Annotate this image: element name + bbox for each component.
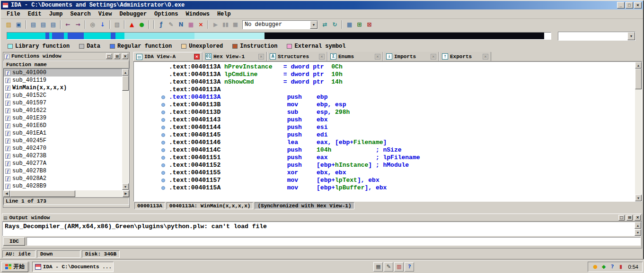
colors-icon[interactable]: ▦ — [186, 20, 196, 29]
scroll-down-icon[interactable]: ▼ — [122, 183, 129, 190]
jump-forward-icon[interactable]: → — [73, 20, 83, 29]
undefine-icon[interactable]: × — [196, 20, 206, 29]
strings-window-icon[interactable]: ▤ — [48, 20, 58, 29]
function-list-item[interactable]: fsub_401E39 — [4, 114, 122, 122]
tab-ida-view-a[interactable]: ▤IDA View-A× — [133, 52, 203, 61]
disasm-line[interactable]: .text:0040113D sub esp, 298h — [134, 109, 635, 116]
breakpoint-dot[interactable] — [161, 141, 165, 145]
problems-icon[interactable]: ▲ — [127, 20, 137, 29]
functions-horizontal-scrollbar[interactable]: ◀ ▶ — [3, 190, 129, 197]
disasm-line[interactable]: .text:0040113A nShowCmd = dword ptr 14h — [134, 78, 635, 86]
tab-close-icon[interactable]: × — [375, 54, 380, 60]
breakpoint-dot[interactable] — [161, 186, 165, 190]
disasm-line[interactable]: .text:0040113A hPrevInstance = dword ptr… — [134, 63, 635, 71]
tray-network-icon[interactable]: ▮ — [618, 263, 625, 270]
tab-close-icon[interactable]: × — [194, 54, 200, 60]
function-list-item[interactable]: fsub_401622 — [4, 107, 122, 114]
names-window-icon[interactable]: ▤ — [28, 20, 38, 29]
debugger-combobox[interactable]: No debugger▼ — [242, 20, 318, 29]
create-function-icon[interactable]: ƒ — [156, 20, 166, 29]
float-icon[interactable]: ⊟ — [114, 53, 120, 59]
close-icon[interactable]: × — [635, 215, 641, 221]
function-list-item[interactable]: fsub_40273B — [4, 152, 122, 160]
disasm-line[interactable]: .text:00401143 push ebx — [134, 116, 635, 124]
function-list-item[interactable]: fWinMain(x,x,x,x) — [4, 84, 122, 92]
scroll-up-icon[interactable]: ▲ — [635, 222, 641, 229]
tab-close-icon[interactable]: × — [431, 54, 436, 60]
scroll-right-icon[interactable]: ▶ — [123, 190, 129, 197]
tab-enums[interactable]: ΣEnums× — [327, 52, 383, 61]
disasm-line[interactable]: .text:00401145 push edi — [134, 131, 635, 139]
keyboard-icon[interactable]: ▦ — [373, 262, 383, 272]
debugger-attach-icon[interactable]: ⇄ — [320, 20, 330, 29]
breakpoint-dot[interactable] — [161, 148, 165, 152]
output-vertical-scrollbar[interactable]: ▲ ▼ — [635, 222, 641, 236]
menu-item-options[interactable]: Options — [150, 10, 182, 18]
breakpoint-dot[interactable] — [161, 95, 165, 99]
close-button[interactable]: × — [634, 2, 642, 9]
minimize-button[interactable]: _ — [617, 2, 625, 9]
scroll-up-icon[interactable]: ▲ — [122, 69, 129, 76]
debugger-pause-icon[interactable]: ▮▮ — [221, 20, 230, 29]
disasm-line[interactable]: .text:00401152 push [ebp+hInstance] ; hM… — [134, 162, 635, 169]
breakpoint-dot[interactable] — [161, 163, 165, 167]
function-list-item[interactable]: fsub_4027B8 — [4, 167, 122, 175]
maximize-button[interactable]: □ — [626, 2, 633, 9]
nav-band[interactable] — [7, 32, 551, 40]
disasm-line[interactable]: .text:0040113A lpCmdLine = dword ptr 10h — [134, 71, 635, 78]
functions-list-icon[interactable]: ▤ — [38, 20, 48, 29]
menu-item-jump[interactable]: Jump — [45, 10, 67, 18]
scrollbar-track[interactable] — [10, 190, 123, 197]
tray-security-icon[interactable]: ◆ — [600, 263, 608, 270]
function-list-item[interactable]: fsub_40245F — [4, 137, 122, 145]
disassembly-view[interactable]: .text:0040113A hPrevInstance = dword ptr… — [134, 62, 635, 201]
scrollbar-thumb[interactable] — [122, 76, 129, 91]
menu-item-view[interactable]: View — [95, 10, 116, 18]
scroll-down-icon[interactable]: ▼ — [635, 229, 641, 236]
function-list-item[interactable]: fsub_4028A2 — [4, 175, 122, 182]
disasm-line[interactable]: .text:00401146 lea eax, [ebp+Filename] — [134, 139, 635, 146]
dropdown-arrow-icon[interactable]: ▼ — [627, 32, 635, 40]
idc-button[interactable]: IDC — [3, 237, 25, 246]
pen-icon[interactable]: ✎ — [384, 262, 393, 272]
help-icon[interactable]: ? — [405, 262, 414, 272]
close-icon[interactable]: × — [122, 53, 128, 59]
function-list-item[interactable]: fsub_4028B9 — [4, 182, 122, 190]
tab-exports[interactable]: ↑Exports× — [439, 52, 491, 61]
menu-item-debugger[interactable]: Debugger — [115, 10, 150, 18]
debugger-run-icon[interactable]: ▶ — [211, 20, 221, 29]
function-list-item[interactable]: fsub_401EA1 — [4, 129, 122, 137]
tab-close-icon[interactable]: × — [319, 54, 325, 60]
function-list-item[interactable]: fsub_401000 — [4, 69, 122, 77]
breakpoint-dot[interactable] — [161, 171, 165, 175]
output-window-titlebar[interactable]: ▤ Output window □ ⊟ × — [2, 214, 642, 222]
scrollbar-track[interactable] — [122, 76, 129, 183]
breakpoint-dot[interactable] — [161, 126, 165, 129]
menu-item-file[interactable]: File — [3, 10, 24, 18]
disasm-line[interactable]: .text:00401157 mov [ebp+lpText], ebx — [134, 177, 635, 184]
function-list-item[interactable]: fsub_401E6D — [4, 122, 122, 129]
breakpoint-dot[interactable] — [161, 103, 165, 107]
disasm-line[interactable]: .text:0040115A mov [ebp+lpBuffer], ebx — [134, 184, 635, 192]
breakpoint-dot[interactable] — [161, 111, 165, 114]
idc-input[interactable] — [26, 237, 641, 246]
dropdown-arrow-icon[interactable]: ▼ — [310, 21, 318, 29]
function-list-item[interactable]: fsub_401119 — [4, 77, 122, 84]
debugger-stop-icon[interactable]: ■ — [230, 20, 240, 29]
disasm-line[interactable]: .text:00401151 push eax ; lpFilename — [134, 154, 635, 162]
disasm-line[interactable]: .text:0040113B mov ebp, esp — [134, 101, 635, 109]
function-list-item[interactable]: fsub_401597 — [4, 99, 122, 107]
analysis-indicator-icon[interactable]: ● — [137, 20, 147, 29]
float-icon[interactable]: ⊟ — [626, 215, 633, 221]
menu-item-search[interactable]: Search — [66, 10, 94, 18]
lock-highlight-icon[interactable]: ▧ — [112, 20, 122, 29]
edit-comment-icon[interactable]: ✎ — [166, 20, 176, 29]
function-name-column-header[interactable]: Function name — [3, 60, 129, 68]
open-file-icon[interactable]: ▨ — [4, 20, 14, 29]
save-file-icon[interactable]: ▣ — [14, 20, 24, 29]
start-button[interactable]: 开始 — [1, 262, 28, 272]
disasm-line[interactable]: .text:00401144 push esi — [134, 124, 635, 131]
scroll-up-icon[interactable]: ▲ — [635, 62, 642, 68]
title-bar[interactable]: IDA - C:\Documents and Settings\Administ… — [1, 1, 643, 9]
function-list-item[interactable]: fsub_40152C — [4, 92, 122, 99]
